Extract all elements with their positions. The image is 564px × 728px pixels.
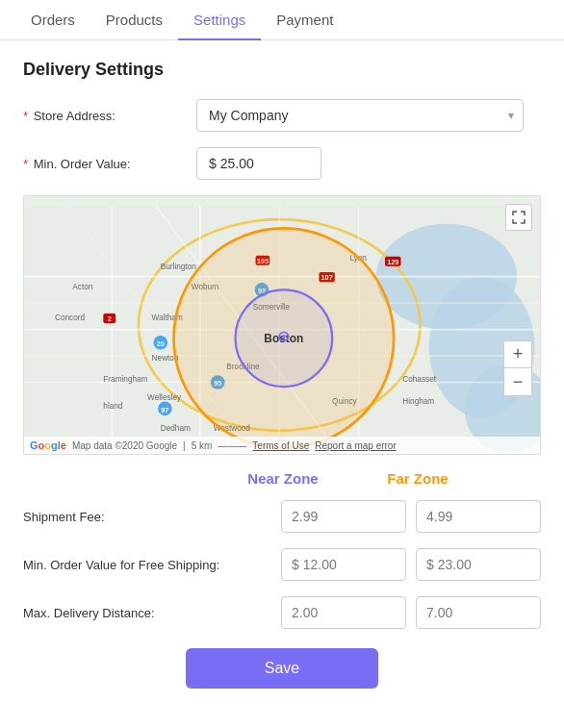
store-address-row: * Store Address: My Company ▾ (23, 99, 541, 132)
svg-text:Framingham: Framingham (103, 375, 147, 384)
svg-text:Wellesley: Wellesley (147, 393, 182, 402)
map-fullscreen-button[interactable] (505, 204, 532, 231)
min-order-input[interactable] (196, 147, 321, 180)
tab-products[interactable]: Products (90, 0, 178, 39)
map-footer: Google Map data ©2020 Google | 5 km ——— … (24, 437, 540, 454)
min-order-free-shipping-label: Min. Order Value for Free Shipping: (23, 558, 281, 572)
max-delivery-label: Max. Delivery Distance: (23, 606, 281, 620)
required-star-order: * (23, 157, 28, 171)
map-data-text: Map data ©2020 Google (72, 440, 177, 451)
svg-text:hland: hland (103, 402, 123, 411)
map-scale-line: ——— (218, 440, 246, 451)
tab-bar: Orders Products Settings Payment (0, 0, 564, 40)
svg-text:Acton: Acton (72, 283, 92, 291)
report-map-error-link[interactable]: Report a map error (315, 440, 396, 451)
svg-point-53 (282, 335, 286, 339)
max-delivery-row: Max. Delivery Distance: (23, 596, 541, 629)
min-order-near-input[interactable] (281, 548, 406, 581)
near-zone-header: Near Zone (216, 470, 350, 487)
zone-section: Near Zone Far Zone Shipment Fee: Min. Or… (23, 470, 541, 629)
min-order-row: * Min. Order Value: (23, 147, 541, 180)
store-address-label: * Store Address: (23, 109, 196, 123)
min-order-free-shipping-row: Min. Order Value for Free Shipping: (23, 548, 541, 581)
shipment-fee-label: Shipment Fee: (23, 510, 281, 524)
svg-text:Concord: Concord (55, 314, 85, 322)
scale-bar: | (183, 440, 186, 451)
zoom-in-button[interactable]: + (504, 341, 531, 368)
min-order-far-input[interactable] (416, 548, 541, 581)
zone-header-row: Near Zone Far Zone (23, 470, 541, 487)
save-button[interactable]: Save (186, 648, 378, 689)
store-address-select-wrapper: My Company ▾ (196, 99, 524, 132)
map-svg: 97 20 95 93 Acton Concord Burlington Wob… (24, 196, 540, 454)
tab-settings[interactable]: Settings (178, 0, 261, 39)
terms-of-use-link[interactable]: Terms of Use (252, 440, 309, 451)
svg-text:97: 97 (161, 406, 168, 414)
required-star-address: * (23, 109, 28, 123)
svg-text:129: 129 (387, 258, 398, 266)
tab-payment[interactable]: Payment (261, 0, 348, 39)
zoom-out-button[interactable]: − (504, 368, 531, 395)
save-row: Save (23, 648, 541, 689)
store-address-select[interactable]: My Company (196, 99, 524, 132)
shipment-fee-far-input[interactable] (416, 500, 541, 533)
svg-text:Burlington: Burlington (161, 263, 196, 271)
svg-text:20: 20 (157, 339, 165, 348)
far-zone-header: Far Zone (350, 470, 485, 487)
page-title: Delivery Settings (23, 60, 541, 80)
shipment-fee-row: Shipment Fee: (23, 500, 541, 533)
max-delivery-far-input[interactable] (416, 596, 541, 629)
tab-orders[interactable]: Orders (15, 0, 90, 39)
svg-text:Boston: Boston (264, 332, 303, 345)
max-delivery-near-input[interactable] (281, 596, 406, 629)
shipment-fee-near-input[interactable] (281, 500, 406, 533)
map-container: 97 20 95 93 Acton Concord Burlington Wob… (23, 195, 541, 455)
scale-text: 5 km (192, 440, 213, 451)
main-content: Delivery Settings * Store Address: My Co… (0, 40, 564, 708)
svg-text:Dedham: Dedham (161, 424, 191, 433)
svg-text:Cohasset: Cohasset (402, 375, 436, 384)
svg-text:2: 2 (108, 314, 112, 323)
svg-text:Hingham: Hingham (402, 397, 434, 406)
google-logo: Google (30, 439, 66, 451)
min-order-label: * Min. Order Value: (23, 157, 196, 171)
map-zoom-controls: + − (503, 340, 532, 396)
